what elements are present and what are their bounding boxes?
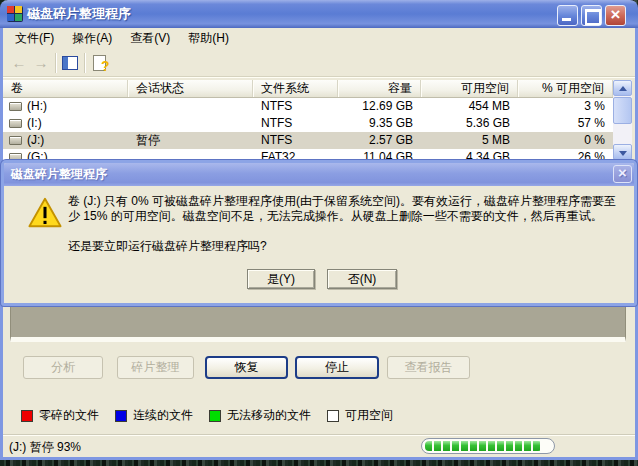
session-status: [128, 98, 253, 115]
toolbar-separator: [84, 53, 85, 73]
dialog-close-button[interactable]: [613, 165, 632, 183]
dialog-question: 还是要立即运行磁盘碎片整理程序吗?: [68, 238, 267, 255]
drive-icon: [9, 136, 22, 145]
menu-view[interactable]: 查看(V): [121, 27, 179, 50]
drive-icon: [9, 102, 22, 111]
column-header-capacity[interactable]: 容量: [338, 80, 421, 97]
drive-icon: [9, 153, 22, 160]
table-row-j-selected[interactable]: (J:) 暂停 NTFS 2.57 GB 5 MB 0 %: [3, 132, 613, 149]
pct-free: 0 %: [518, 132, 613, 149]
table-row-h[interactable]: (H:) NTFS 12.69 GB 454 MB 3 %: [3, 98, 613, 115]
warning-icon: [28, 197, 62, 232]
file-system: NTFS: [253, 115, 338, 132]
scroll-down-button[interactable]: [613, 144, 632, 160]
unmovable-color-swatch: [209, 410, 221, 422]
legend-label: 零碎的文件: [39, 407, 99, 424]
session-status: 暂停: [128, 132, 253, 149]
no-button[interactable]: 否(N): [327, 269, 397, 289]
minimize-button[interactable]: [557, 5, 578, 26]
free-space: 454 MB: [421, 98, 518, 115]
column-header-pct-free[interactable]: % 可用空间: [518, 80, 613, 97]
scroll-thumb[interactable]: [613, 97, 632, 124]
progress-fill: [425, 441, 542, 451]
legend-label: 无法移动的文件: [227, 407, 311, 424]
menu-help[interactable]: 帮助(H): [179, 27, 238, 50]
menu-bar: 文件(F) 操作(A) 查看(V) 帮助(H): [3, 28, 635, 49]
contiguous-color-swatch: [115, 410, 127, 422]
action-buttons: 分析 碎片整理 恢复 停止 查看报告: [3, 356, 635, 380]
table-row-g[interactable]: (G:) FAT32 11.04 GB 4.34 GB 26 %: [3, 149, 613, 160]
legend-item-free-space: 可用空间: [327, 407, 393, 424]
console-tree-button[interactable]: [59, 52, 81, 74]
dialog-titlebar[interactable]: 磁盘碎片整理程序: [4, 163, 634, 186]
capacity: 12.69 GB: [338, 98, 421, 115]
volume-table-header: 卷 会话状态 文件系统 容量 可用空间 % 可用空间: [3, 80, 613, 98]
volume-label: (G:): [27, 149, 48, 160]
column-header-free-space[interactable]: 可用空间: [421, 80, 518, 97]
legend-label: 可用空间: [345, 407, 393, 424]
resume-button[interactable]: 恢复: [205, 356, 288, 379]
volume-list: (H:) NTFS 12.69 GB 454 MB 3 % (I:) NTFS …: [3, 98, 613, 160]
dialog-title: 磁盘碎片整理程序: [11, 166, 107, 183]
capacity: 9.35 GB: [338, 115, 421, 132]
volume-label: (J:): [27, 132, 44, 149]
legend-item-contiguous: 连续的文件: [115, 407, 193, 424]
capacity: 11.04 GB: [338, 149, 421, 160]
stop-button[interactable]: 停止: [295, 356, 379, 379]
forward-button[interactable]: →: [30, 52, 52, 74]
close-button[interactable]: [605, 5, 626, 26]
menu-file[interactable]: 文件(F): [6, 27, 63, 50]
legend: 零碎的文件 连续的文件 无法移动的文件 可用空间: [21, 407, 409, 424]
defrag-window: 磁盘碎片整理程序 文件(F) 操作(A) 查看(V) 帮助(H) ← → 卷 会…: [0, 0, 638, 460]
console-tree-icon: [62, 56, 78, 70]
pct-free: 3 %: [518, 98, 613, 115]
column-header-volume[interactable]: 卷: [3, 80, 128, 97]
defrag-app-icon: [7, 6, 23, 22]
defragment-button[interactable]: 碎片整理: [117, 356, 194, 379]
free-space-color-swatch: [327, 410, 339, 422]
legend-label: 连续的文件: [133, 407, 193, 424]
progress-bar: [421, 438, 555, 454]
table-row-i[interactable]: (I:) NTFS 9.35 GB 5.36 GB 57 %: [3, 115, 613, 132]
dialog-message: 卷 (J:) 只有 0% 可被磁盘碎片整理程序使用(由于保留系统空间)。要有效运…: [68, 194, 624, 224]
session-status: [128, 115, 253, 132]
fragmented-color-swatch: [21, 410, 33, 422]
file-system: NTFS: [253, 98, 338, 115]
status-text: (J:) 暂停 93%: [9, 439, 81, 456]
legend-item-unmovable: 无法移动的文件: [209, 407, 311, 424]
free-space: 5.36 GB: [421, 115, 518, 132]
pct-free: 57 %: [518, 115, 613, 132]
dialog-body: 卷 (J:) 只有 0% 可被磁盘碎片整理程序使用(由于保留系统空间)。要有效运…: [4, 186, 634, 303]
free-space: 5 MB: [421, 132, 518, 149]
drive-icon: [9, 119, 22, 128]
column-header-file-system[interactable]: 文件系统: [253, 80, 338, 97]
column-header-session-status[interactable]: 会话状态: [128, 80, 253, 97]
back-icon: ←: [12, 55, 27, 70]
maximize-button[interactable]: [581, 5, 602, 26]
file-system: FAT32: [253, 149, 338, 160]
back-button[interactable]: ←: [8, 52, 30, 74]
toolbar-separator: [55, 53, 56, 73]
volume-label: (H:): [27, 98, 47, 115]
window-titlebar[interactable]: 磁盘碎片整理程序: [0, 0, 638, 28]
menu-action[interactable]: 操作(A): [63, 27, 121, 50]
status-bar: (J:) 暂停 93%: [3, 434, 635, 457]
yes-button[interactable]: 是(Y): [247, 269, 315, 289]
legend-item-fragmented: 零碎的文件: [21, 407, 99, 424]
toolbar: ← →: [3, 49, 635, 77]
free-space: 4.34 GB: [421, 149, 518, 160]
session-status: [128, 149, 253, 160]
low-disk-space-dialog: 磁盘碎片整理程序 卷 (J:) 只有 0% 可被磁盘碎片整理程序使用(由于保留系…: [1, 160, 637, 306]
vertical-scrollbar[interactable]: [613, 80, 632, 160]
forward-icon: →: [34, 55, 49, 70]
volume-label: (I:): [27, 115, 42, 132]
file-system: NTFS: [253, 132, 338, 149]
help-button[interactable]: [88, 52, 110, 74]
capacity: 2.57 GB: [338, 132, 421, 149]
scroll-up-button[interactable]: [613, 80, 632, 96]
help-icon: [93, 55, 106, 71]
analyze-button[interactable]: 分析: [23, 356, 103, 379]
window-title: 磁盘碎片整理程序: [27, 0, 638, 28]
pct-free: 26 %: [518, 149, 613, 160]
view-report-button[interactable]: 查看报告: [387, 356, 470, 379]
